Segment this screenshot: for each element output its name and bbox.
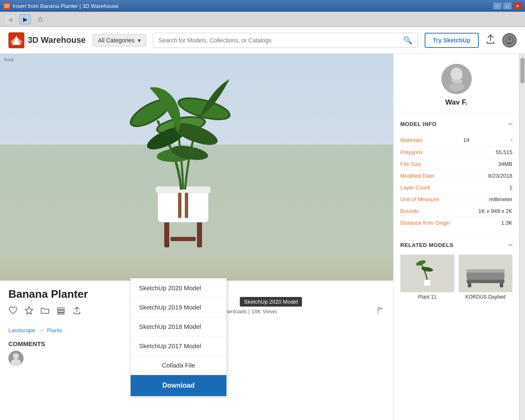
dropdown-item-sketchup2020[interactable]: SketchUp 2020 Model bbox=[131, 278, 226, 298]
related-collapse-icon[interactable]: − bbox=[508, 241, 512, 249]
search-bar[interactable]: 🔍 bbox=[153, 33, 417, 48]
dropdown-item-sketchup2018[interactable]: SketchUp 2018 Model bbox=[131, 317, 226, 336]
search-icon[interactable]: 🔍 bbox=[403, 36, 412, 45]
arrow-icon[interactable]: › bbox=[510, 136, 512, 144]
scrollbar-thumb[interactable] bbox=[520, 58, 525, 83]
breadcrumb-separator: → bbox=[38, 327, 45, 333]
info-label-unit: Unit of Measure bbox=[400, 196, 439, 202]
info-value-polygons: 55,515 bbox=[496, 149, 512, 155]
svg-marker-22 bbox=[25, 307, 33, 314]
svg-point-4 bbox=[508, 38, 511, 40]
folder-icon bbox=[40, 306, 50, 315]
related-models-section: RELATED MODELS − Plant 11 bbox=[394, 235, 519, 306]
forward-button[interactable]: ▶ bbox=[19, 14, 31, 24]
titlebar: 3D Insert from Banana Planter | 3D Wareh… bbox=[0, 0, 525, 12]
plant-illustration bbox=[116, 71, 250, 256]
svg-point-27 bbox=[13, 353, 19, 359]
model-info-rows: Materials 19 › Polygons 55,515 File Size… bbox=[400, 134, 512, 228]
svg-point-30 bbox=[451, 68, 462, 81]
logo-area: 3D Warehouse bbox=[8, 32, 86, 48]
star-button[interactable] bbox=[24, 306, 34, 317]
svg-point-28 bbox=[11, 359, 21, 366]
dropdown-item-label: SketchUp 2018 Model bbox=[139, 323, 201, 330]
folder-button[interactable] bbox=[40, 306, 50, 317]
model-viewer[interactable]: front bbox=[0, 54, 393, 281]
info-value-materials: 19 bbox=[463, 137, 469, 143]
breadcrumb-plants[interactable]: Plants bbox=[47, 327, 62, 333]
info-value-bounds: 1K x 949 x 2K bbox=[478, 208, 512, 214]
related-item-plant11[interactable]: Plant 11 bbox=[400, 255, 454, 300]
info-value-layercount: 1 bbox=[509, 184, 512, 191]
kordus-thumbnail bbox=[465, 259, 507, 288]
info-row-bounds: Bounds 1K x 949 x 2K bbox=[400, 205, 512, 217]
category-label: All Categories bbox=[98, 37, 134, 44]
profile-button[interactable] bbox=[502, 33, 517, 47]
chevron-down-icon: ▾ bbox=[138, 37, 141, 44]
window-controls: ─ □ ✕ bbox=[493, 3, 522, 9]
author-avatar bbox=[441, 64, 472, 94]
window-navbar: ◀ ▶ ⌂ bbox=[0, 12, 525, 27]
info-value-modified: 8/23/2018 bbox=[488, 173, 512, 179]
home-button[interactable]: ⌂ bbox=[34, 14, 46, 24]
info-row-polygons: Polygons 55,515 bbox=[400, 147, 512, 158]
info-label-materials: Materials bbox=[400, 137, 423, 143]
avatar-icon bbox=[8, 351, 24, 366]
left-panel: front bbox=[0, 54, 393, 420]
logo-text: 3D Warehouse bbox=[28, 35, 86, 45]
info-row-layercount: Layer Count 1 bbox=[400, 182, 512, 194]
info-row-materials: Materials 19 › bbox=[400, 134, 512, 147]
heart-icon bbox=[8, 306, 18, 315]
collection-button[interactable] bbox=[56, 306, 66, 317]
info-label-polygons: Polygons bbox=[400, 149, 423, 155]
scrollbar[interactable] bbox=[519, 54, 525, 420]
upload-button[interactable] bbox=[486, 34, 496, 47]
dropdown-item-sketchup2017[interactable]: SketchUp 2017 Model bbox=[131, 336, 226, 356]
breadcrumb-landscape[interactable]: Landscape bbox=[8, 327, 35, 333]
app-icon: 3D bbox=[3, 3, 10, 9]
svg-rect-11 bbox=[185, 193, 188, 218]
minimize-button[interactable]: ─ bbox=[493, 3, 501, 9]
svg-rect-10 bbox=[178, 193, 181, 218]
info-row-filesize: File Size 34MB bbox=[400, 158, 512, 170]
layers-icon bbox=[56, 306, 66, 315]
related-grid: Plant 11 KORDUS Daybed bbox=[400, 255, 512, 300]
info-label-layercount: Layer Count bbox=[400, 184, 430, 191]
related-item-kordus[interactable]: KORDUS Daybed bbox=[459, 255, 513, 300]
star-icon bbox=[24, 306, 34, 315]
plant-3d-model bbox=[116, 71, 250, 257]
info-label-filesize: File Size bbox=[400, 161, 421, 167]
right-panel: Wav F. MODEL INFO − Materials 19 › Polyg… bbox=[393, 54, 519, 420]
dropdown-item-label: SketchUp 2017 Model bbox=[139, 342, 201, 349]
logo-icon bbox=[8, 32, 24, 48]
try-sketchup-button[interactable]: Try SketchUp bbox=[425, 33, 479, 48]
plant11-thumbnail bbox=[415, 259, 440, 288]
flag-button[interactable] bbox=[376, 306, 385, 317]
close-button[interactable]: ✕ bbox=[513, 3, 522, 9]
model-info-section: MODEL INFO − Materials 19 › Polygons 55,… bbox=[394, 114, 519, 235]
related-name-kordus: KORDUS Daybed bbox=[459, 294, 513, 300]
svg-rect-32 bbox=[424, 280, 430, 286]
share-icon bbox=[72, 306, 81, 315]
dropdown-item-sketchup2019[interactable]: SketchUp 2019 Model SketchUp 2020 Model bbox=[131, 298, 226, 317]
search-input[interactable] bbox=[158, 37, 403, 44]
related-thumb-kordus bbox=[459, 255, 513, 292]
back-button[interactable]: ◀ bbox=[4, 14, 16, 24]
related-title: RELATED MODELS bbox=[400, 242, 454, 248]
model-info-header: MODEL INFO − bbox=[400, 120, 512, 129]
titlebar-title: Insert from Banana Planter | 3D Warehous… bbox=[13, 3, 493, 9]
dropdown-item-collada[interactable]: Collada File bbox=[131, 356, 226, 375]
like-button[interactable] bbox=[8, 306, 18, 317]
share-button[interactable] bbox=[72, 306, 81, 317]
related-thumb-plant11 bbox=[400, 255, 454, 292]
related-header: RELATED MODELS − bbox=[400, 241, 512, 249]
author-section: Wav F. bbox=[394, 54, 519, 114]
category-dropdown[interactable]: All Categories ▾ bbox=[92, 34, 146, 47]
restore-button[interactable]: □ bbox=[503, 3, 512, 9]
ground-plane bbox=[0, 257, 393, 281]
svg-point-33 bbox=[415, 259, 426, 267]
profile-icon bbox=[505, 36, 514, 45]
info-value-distance: 1.3K bbox=[501, 220, 512, 226]
download-button[interactable]: Download bbox=[135, 378, 222, 394]
info-label-distance: Distance from Origin bbox=[400, 220, 450, 226]
collapse-icon[interactable]: − bbox=[508, 120, 512, 129]
